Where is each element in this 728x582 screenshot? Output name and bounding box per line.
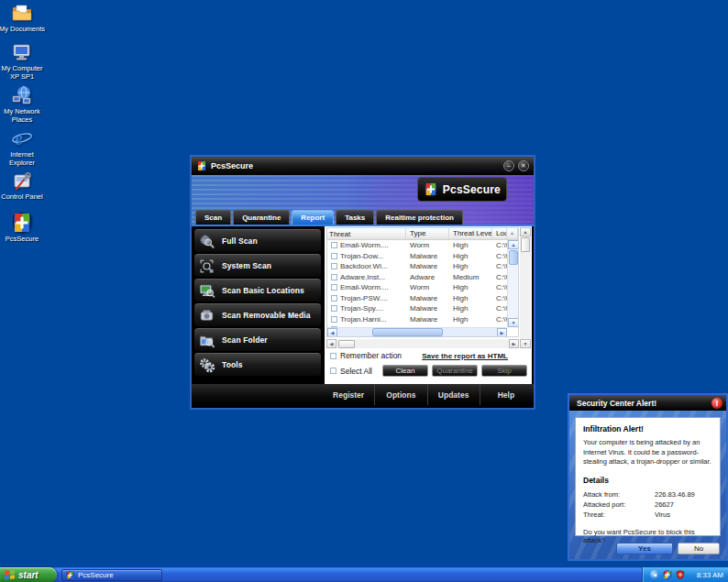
checkbox-icon[interactable] (330, 368, 336, 374)
scan-removable-media-icon (198, 307, 215, 324)
scrollbar-thumb[interactable] (509, 250, 518, 265)
sidebar-item-label: Scan Removable Media (222, 311, 310, 320)
skip-button[interactable]: Skip (481, 365, 527, 377)
internet-explorer-icon (10, 127, 34, 149)
row-checkbox[interactable] (331, 263, 337, 269)
scroll-down-icon[interactable]: ▼ (520, 339, 531, 348)
sidebar-item-full-scan[interactable]: Full Scan (194, 229, 321, 252)
pcssecure-tray-icon[interactable] (663, 570, 672, 579)
register-button[interactable]: Register (323, 384, 374, 405)
sidebar-item-label: Full Scan (222, 236, 258, 246)
panel-horizontal-scrollbar[interactable]: ◀ ▶ (326, 339, 519, 348)
scrollbar-thumb[interactable] (338, 340, 355, 348)
table-horizontal-scrollbar[interactable]: ◀ ▶ (327, 327, 507, 336)
start-label: start (18, 570, 39, 580)
desktop-icon-pcssecure[interactable]: PcsSecure (0, 212, 48, 243)
scroll-left-icon[interactable]: ◀ (326, 339, 336, 348)
window-titlebar: PcsSecure – ✕ (192, 157, 534, 175)
start-button[interactable]: start (0, 567, 57, 582)
scroll-down-icon[interactable]: ▼ (508, 318, 519, 327)
desktop: My Documents My ComputerXP SP1 My Networ… (0, 0, 728, 582)
options-button[interactable]: Options (374, 384, 426, 405)
desktop-icon-label: My ComputerXP SP1 (0, 64, 48, 82)
select-all-checkbox[interactable]: Select All (330, 367, 372, 376)
scroll-right-icon[interactable]: ▶ (497, 328, 507, 337)
brand-logo: PcsSecure (417, 177, 507, 202)
row-checkbox[interactable] (331, 295, 337, 302)
sidebar-item-system-scan[interactable]: System Scan (194, 254, 321, 277)
table-row[interactable]: Trojan-PSW.... Malware High C:\WIND (327, 293, 518, 304)
desktop-icon-my-network-places[interactable]: My NetworkPlaces (0, 84, 48, 125)
table-vertical-scrollbar[interactable]: ▲ ▼ (507, 240, 518, 327)
quarantine-button[interactable]: Quarantine (432, 365, 478, 377)
table-row[interactable]: Email-Worm.... Worm High C:\WIND (327, 240, 518, 251)
threat-level: High (449, 294, 492, 302)
save-report-link[interactable]: Save the report as HTML (422, 352, 508, 360)
desktop-icon-my-computer[interactable]: My ComputerXP SP1 (0, 41, 48, 82)
table-row[interactable]: Email-Worm.... Worm High C:\WIND (327, 282, 518, 293)
scroll-up-icon[interactable]: ▲ (520, 227, 531, 236)
column-header-location[interactable]: Location (492, 228, 507, 239)
security-alert-tray-icon[interactable] (676, 570, 685, 579)
windows-flag-icon (5, 569, 15, 579)
threat-name: Trojan-Dow... (340, 252, 383, 260)
sort-indicator-icon[interactable]: ▲ (507, 228, 518, 239)
security-alert-popup: Security Center Alert! ! Infiltration Al… (568, 393, 728, 561)
window-banner: PcsSecure Scan Quarantine Report Tasks R… (192, 175, 534, 225)
scrollbar-thumb[interactable] (372, 328, 443, 336)
remember-action-checkbox[interactable]: Remember action (330, 351, 402, 360)
close-button[interactable]: ✕ (518, 160, 529, 171)
sidebar-item-tools[interactable]: Tools (194, 353, 321, 376)
row-checkbox[interactable] (331, 274, 337, 280)
taskbar-clock: 8:33 AM (697, 571, 723, 579)
panel-vertical-scrollbar[interactable]: ▲ ▼ (520, 227, 531, 348)
detail-label: Attack from: (583, 489, 655, 500)
threat-name: Trojan.Harni... (340, 315, 386, 324)
tray-collapse-icon[interactable]: ◀ (650, 570, 659, 579)
row-checkbox[interactable] (331, 242, 337, 248)
scrollbar-thumb[interactable] (521, 237, 530, 252)
minimize-button[interactable]: – (503, 160, 514, 171)
row-checkbox[interactable] (331, 253, 337, 259)
table-row[interactable]: Backdoor.Wi... Malware High C:\WIND (327, 261, 518, 272)
help-button[interactable]: Help (480, 384, 532, 405)
sidebar-item-scan-removable-media[interactable]: Scan Removable Media (194, 303, 321, 326)
desktop-icon-label: PcsSecure (0, 235, 48, 243)
row-checkbox[interactable] (331, 305, 337, 312)
alert-detail-row: Threat: Virus (583, 510, 712, 520)
desktop-icon-my-documents[interactable]: My Documents (0, 2, 48, 33)
column-header-threat[interactable]: Threat (327, 228, 406, 239)
alert-title: Security Center Alert! (577, 399, 711, 408)
tab-tasks[interactable]: Tasks (336, 210, 374, 225)
updates-button[interactable]: Updates (427, 384, 480, 405)
sidebar-item-scan-basic-locations[interactable]: Scan Basic Locations (194, 279, 321, 302)
scroll-right-icon[interactable]: ▶ (509, 339, 519, 348)
tab-report[interactable]: Report (292, 210, 334, 225)
row-checkbox[interactable] (331, 316, 337, 323)
tab-scan[interactable]: Scan (195, 210, 231, 225)
column-header-type[interactable]: Type (406, 228, 449, 239)
alert-exclamation-icon: ! (711, 398, 722, 409)
scroll-up-icon[interactable]: ▲ (508, 240, 519, 249)
task-button-label: PcsSecure (78, 571, 114, 579)
threat-table: Threat Type Threat Level Location ▲ Emai… (326, 227, 519, 337)
network-places-icon (10, 84, 34, 106)
desktop-icon-internet-explorer[interactable]: InternetExplorer (0, 127, 48, 168)
no-button[interactable]: No (678, 543, 720, 555)
table-row[interactable]: Adware.Inst... Adware Medium C:\WIND (327, 272, 518, 283)
row-checkbox[interactable] (331, 284, 337, 291)
scroll-left-icon[interactable]: ◀ (327, 328, 337, 337)
table-row[interactable]: Trojan-Spy.... Malware High C:\WIND (327, 303, 518, 314)
desktop-icon-control-panel[interactable]: Control Panel (0, 170, 48, 201)
tab-realtime-protection[interactable]: Realtime protection (376, 210, 463, 225)
table-row[interactable]: Trojan-Dow... Malware High C:\WIND (327, 251, 518, 262)
sidebar-item-scan-folder[interactable]: Scan Folder (194, 328, 321, 351)
table-row[interactable]: Trojan.Harni... Malware High C:\WIND (327, 314, 518, 325)
taskbar-button-pcssecure[interactable]: PcsSecure (61, 569, 162, 581)
tab-quarantine[interactable]: Quarantine (233, 210, 290, 225)
threat-type: Malware (406, 262, 449, 270)
checkbox-icon[interactable] (330, 353, 336, 359)
yes-button[interactable]: Yes (616, 543, 673, 555)
column-header-threat-level[interactable]: Threat Level (449, 228, 492, 239)
clean-button[interactable]: Clean (382, 365, 428, 377)
